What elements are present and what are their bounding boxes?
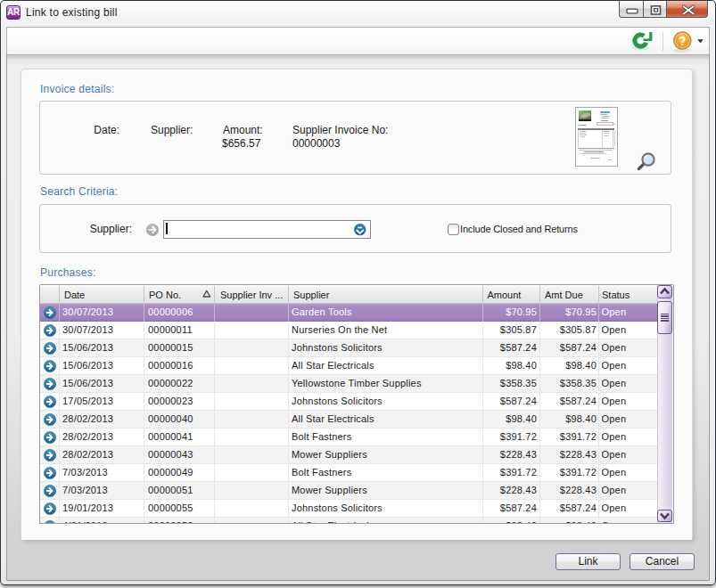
svg-text:?: ? (679, 34, 687, 48)
